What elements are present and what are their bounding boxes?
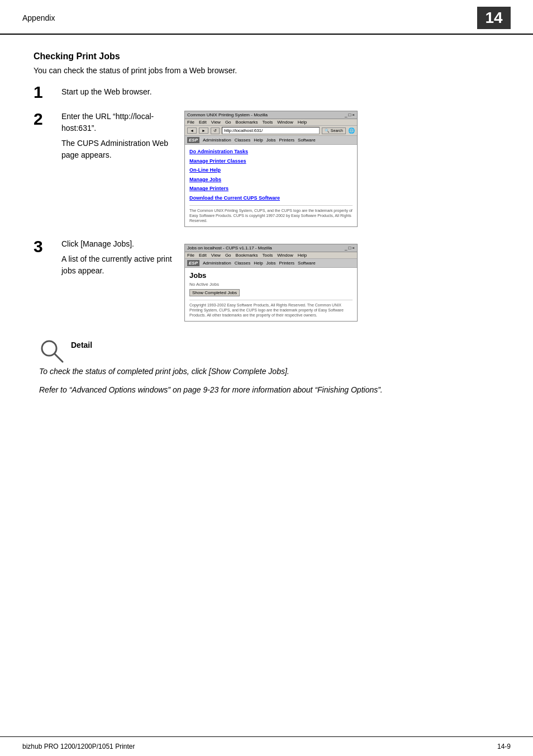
step-3: 3 Click [Manage Jobs]. A list of the cur…	[34, 238, 511, 322]
jobs-nav-printers[interactable]: Printers	[279, 261, 295, 266]
cups-browser-menu: File Edit View Go Bookmarks Tools Window…	[185, 119, 357, 126]
menu-tools[interactable]: Tools	[263, 120, 273, 125]
maximize-icon[interactable]: □	[348, 112, 351, 117]
magnifier-icon	[39, 338, 64, 363]
cups-nav-classes[interactable]: Classes	[235, 138, 250, 143]
minimize-icon[interactable]: _	[345, 112, 347, 117]
jobs-menu-bookmarks[interactable]: Bookmarks	[236, 253, 258, 258]
jobs-menu-view[interactable]: View	[211, 253, 221, 258]
menu-file[interactable]: File	[187, 120, 194, 125]
step-3-text-block: Click [Manage Jobs]. A list of the curre…	[61, 238, 173, 277]
cups-titlebar-buttons: _ □ ×	[345, 112, 355, 117]
cups-link-printer-classes[interactable]: Manage Printer Classes	[189, 158, 353, 165]
content-area: Checking Print Jobs You can check the st…	[0, 35, 533, 414]
jobs-maximize-icon[interactable]: □	[348, 245, 351, 251]
no-active-jobs: No Active Jobs	[189, 282, 353, 287]
jobs-browser-titlebar: Jobs on localhost - CUPS v1.1.17 - Mozil…	[185, 244, 357, 252]
cups-footer: The Common UNIX Printing System, CUPS, a…	[189, 205, 353, 223]
jobs-menu-file[interactable]: File	[187, 253, 194, 258]
cups-nav-software[interactable]: Software	[298, 138, 316, 143]
cups-link-online-help[interactable]: On-Line Help	[189, 167, 353, 174]
cups-content: Do Administration Tasks Manage Printer C…	[185, 145, 357, 226]
jobs-heading: Jobs	[189, 271, 353, 280]
detail-section: Detail To check the status of completed …	[34, 338, 511, 396]
jobs-nav-jobs[interactable]: Jobs	[266, 261, 276, 266]
step-2-main-text: Enter the URL “http://local-host:631”.	[61, 111, 173, 134]
step-3-visual: Jobs on localhost - CUPS v1.1.17 - Mozil…	[184, 238, 511, 322]
step-2-visual: Common UNIX Printing System - Mozilla _ …	[184, 111, 511, 227]
jobs-menu-edit[interactable]: Edit	[199, 253, 207, 258]
reload-button[interactable]: ↺	[211, 127, 220, 134]
jobs-nav-help[interactable]: Help	[254, 261, 263, 266]
step-1-text: Start up the Web browser.	[61, 86, 511, 98]
cups-browser-titlebar: Common UNIX Printing System - Mozilla _ …	[185, 111, 357, 119]
step-2-right: Enter the URL “http://local-host:631”. T…	[61, 111, 511, 227]
forward-button[interactable]: ►	[199, 127, 208, 134]
cups-nav-help[interactable]: Help	[254, 138, 263, 143]
menu-bookmarks[interactable]: Bookmarks	[236, 120, 258, 125]
jobs-browser-window: Jobs on localhost - CUPS v1.1.17 - Mozil…	[184, 244, 358, 322]
jobs-titlebar-buttons: _ □ ×	[345, 245, 355, 251]
jobs-browser-title: Jobs on localhost - CUPS v1.1.17 - Mozil…	[187, 245, 272, 251]
step-1-content: Start up the Web browser.	[61, 86, 511, 98]
menu-help[interactable]: Help	[298, 120, 307, 125]
back-button[interactable]: ◄	[187, 127, 197, 134]
detail-text-1: To check the status of completed print j…	[39, 366, 511, 377]
cups-link-download-software[interactable]: Download the Current CUPS Software	[189, 195, 353, 202]
jobs-esp-logo: ESP	[187, 260, 199, 266]
step-3-sub-text: A list of the currently active print job…	[61, 253, 173, 277]
detail-label-block: Detail	[71, 338, 92, 353]
cups-link-admin-tasks[interactable]: Do Administration Tasks	[189, 148, 353, 155]
chapter-number: 14	[477, 7, 511, 29]
cups-browser-title: Common UNIX Printing System - Mozilla	[187, 112, 268, 117]
cups-link-manage-printers[interactable]: Manage Printers	[189, 185, 353, 192]
jobs-nav-classes[interactable]: Classes	[235, 261, 250, 266]
step-3-number: 3	[34, 238, 50, 255]
detail-title: Detail	[71, 341, 92, 349]
page-header: Appendix 14	[0, 0, 533, 35]
menu-go[interactable]: Go	[225, 120, 231, 125]
footer-page: 14-9	[497, 743, 511, 750]
svg-line-1	[55, 354, 63, 362]
cups-browser-window: Common UNIX Printing System - Mozilla _ …	[184, 111, 358, 227]
cups-nav-jobs[interactable]: Jobs	[266, 138, 276, 143]
jobs-minimize-icon[interactable]: _	[345, 245, 347, 251]
cups-navbar: ESP Administration Classes Help Jobs Pri…	[185, 136, 357, 145]
cups-link-manage-jobs[interactable]: Manage Jobs	[189, 176, 353, 183]
step-1-number: 1	[34, 84, 50, 101]
jobs-nav-software[interactable]: Software	[298, 261, 316, 266]
jobs-cups-navbar: ESP Administration Classes Help Jobs Pri…	[185, 259, 357, 268]
detail-text-2: Refer to “Advanced Options windows” on p…	[39, 384, 511, 396]
chapter-label: Appendix	[22, 13, 55, 22]
jobs-menu-go[interactable]: Go	[225, 253, 231, 258]
step-2-sub-text: The CUPS Administration Web page appears…	[61, 138, 173, 161]
step-3-right: Click [Manage Jobs]. A list of the curre…	[61, 238, 511, 322]
menu-edit[interactable]: Edit	[199, 120, 207, 125]
step-2: 2 Enter the URL “http://local-host:631”.…	[34, 111, 511, 227]
step-3-main-text: Click [Manage Jobs].	[61, 238, 173, 250]
jobs-menu-window[interactable]: Window	[277, 253, 293, 258]
detail-icon-row: Detail	[39, 338, 511, 363]
jobs-close-icon[interactable]: ×	[352, 245, 355, 251]
step-2-number: 2	[34, 111, 50, 127]
jobs-footer: Copyright 1993-2002 Easy Software Produc…	[189, 300, 353, 318]
menu-view[interactable]: View	[211, 120, 221, 125]
browser-icon: 🌐	[348, 127, 355, 134]
cups-nav-administration[interactable]: Administration	[203, 138, 231, 143]
jobs-menu-help[interactable]: Help	[298, 253, 307, 258]
search-button[interactable]: 🔍 Search	[322, 127, 346, 134]
cups-esp-logo: ESP	[187, 137, 199, 143]
jobs-nav-administration[interactable]: Administration	[203, 261, 231, 266]
url-bar[interactable]	[222, 127, 320, 134]
footer-product: bizhub PRO 1200/1200P/1051 Printer	[22, 743, 135, 750]
section-intro: You can check the status of print jobs f…	[34, 66, 511, 75]
cups-browser-toolbar: ◄ ► ↺ 🔍 Search 🌐	[185, 126, 357, 136]
jobs-menu-tools[interactable]: Tools	[263, 253, 273, 258]
close-icon[interactable]: ×	[352, 112, 355, 117]
show-completed-jobs-button[interactable]: Show Completed Jobs	[189, 289, 240, 296]
cups-nav-printers[interactable]: Printers	[279, 138, 295, 143]
step-1: 1 Start up the Web browser.	[34, 86, 511, 101]
section-title: Checking Print Jobs	[34, 51, 511, 62]
page-footer: bizhub PRO 1200/1200P/1051 Printer 14-9	[0, 736, 533, 756]
menu-window[interactable]: Window	[277, 120, 293, 125]
